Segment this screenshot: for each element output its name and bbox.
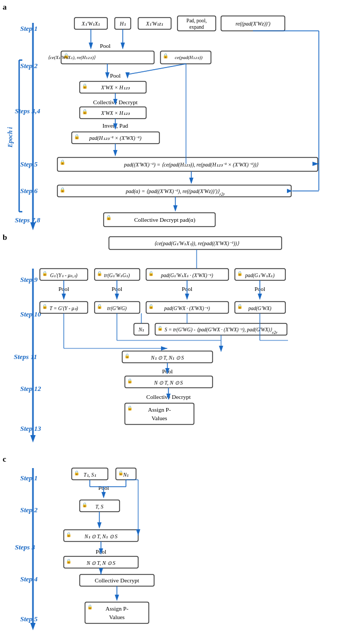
step1-label: Step 1 bbox=[20, 24, 38, 32]
section-b-label: b bbox=[3, 233, 7, 242]
lock-b9: 🔒 bbox=[157, 326, 163, 331]
svg-marker-11 bbox=[89, 43, 93, 49]
svg-marker-17 bbox=[105, 72, 109, 79]
box-g1y1: G₁'(Y₁ - μ₀,₁) bbox=[50, 273, 78, 279]
box-b-top: ⟨ce(pad(G₁'W₁X₁)), re(pad((X'WX)⁻¹))⟩ bbox=[154, 240, 239, 247]
lock-b2: 🔒 bbox=[97, 271, 103, 277]
svg-marker-52 bbox=[62, 294, 66, 300]
box-re-pad: re((pad(X'Wz))') bbox=[235, 21, 270, 27]
box-step2-left: ⟨ce(X₁'W₁X₁), re(H₁₂₃)⟩ bbox=[48, 55, 96, 60]
section-a-label: a bbox=[3, 3, 7, 12]
box-N1: N₁ bbox=[138, 327, 145, 332]
svg-marker-105 bbox=[115, 595, 119, 601]
step6-label: Step 6 bbox=[20, 187, 38, 195]
steps78-label: Steps 7,8 bbox=[15, 216, 40, 224]
lock-icon-3: 🔒 bbox=[82, 83, 88, 89]
box-trGWG: tr(G'WG) bbox=[107, 306, 126, 312]
c-step2-label: Step 2 bbox=[20, 506, 38, 514]
lock-icon-4: 🔒 bbox=[82, 109, 88, 115]
box-pad-inv: pad(H₁₂₃⁻¹ × (X'WX)⁻¹) bbox=[89, 135, 142, 141]
svg-marker-72 bbox=[161, 346, 167, 351]
svg-marker-54 bbox=[115, 294, 119, 300]
step5-label: Step 5 bbox=[20, 160, 38, 168]
c-step4-label: Step 4 bbox=[20, 575, 38, 583]
lock-b4: 🔒 bbox=[237, 271, 243, 277]
box-n1ts-c: N₁ ⊙ T, N₁ ⊙ S bbox=[84, 533, 117, 539]
lock-icon-5: 🔒 bbox=[74, 134, 80, 140]
c-step5-label: Step 5 bbox=[20, 615, 38, 623]
svg-line-18 bbox=[128, 64, 186, 74]
svg-marker-13 bbox=[121, 43, 125, 49]
box-assign-p-b: Assign P- bbox=[148, 406, 171, 413]
svg-marker-96 bbox=[97, 522, 101, 529]
c-lock1: 🔒 bbox=[74, 470, 80, 476]
section-b-diagram: Step 9 Step 10 Steps 11 Step 12 Step 13 … bbox=[11, 234, 364, 452]
box-step2-right: ce(pad(H₁₂₃)) bbox=[175, 55, 202, 60]
box-xwx-h123-2: X'WX × H₁₂₃ bbox=[100, 110, 130, 116]
box-n1ts: N₁ ⊙ T, N₁ ⊙ S bbox=[150, 355, 184, 361]
lock-b11: 🔒 bbox=[127, 378, 133, 384]
section-a-diagram: Step 1 Step 2 Steps 3,4 Step 5 Step 6 St… bbox=[11, 10, 364, 238]
box-xwx-h123: X'WX × H₁₂₃ bbox=[100, 85, 130, 90]
b-step9-label: Step 9 bbox=[20, 276, 38, 284]
box-x1w1x1: X₁'W₁X₁ bbox=[81, 21, 100, 27]
box-x1w1z1: X₁'W₁z₁ bbox=[146, 21, 163, 27]
box-nts: N ⊙ T, N ⊙ S bbox=[154, 380, 183, 386]
box-pad-g1w1x1: pad(G₁'W₁X₁ · (X'WX)⁻¹) bbox=[160, 273, 213, 279]
box-h1: H₁ bbox=[119, 21, 125, 27]
lock-icon-6: 🔒 bbox=[60, 159, 66, 165]
lock-b1: 🔒 bbox=[42, 271, 48, 277]
svg-marker-38 bbox=[173, 205, 177, 212]
box-T1S1: T₁, S₁ bbox=[83, 472, 96, 478]
section-c-label: c bbox=[3, 455, 6, 464]
section-c-diagram: Step 1 Step 2 Steps 3 Step 4 Step 5 🔒 T₁… bbox=[11, 456, 364, 642]
epoch-label: Epoch i bbox=[6, 127, 14, 148]
box-padGWX: pad(G'WX) bbox=[248, 306, 271, 312]
pool-label-2: Pool bbox=[110, 72, 121, 79]
lock-icon-8: 🔒 bbox=[106, 214, 112, 221]
c-lock3: 🔒 bbox=[82, 502, 88, 508]
b-step12-label: Step 12 bbox=[20, 385, 41, 393]
lock-b5: 🔒 bbox=[42, 304, 48, 310]
lock-b8: 🔒 bbox=[237, 304, 243, 310]
lock-b10: 🔒 bbox=[124, 353, 130, 359]
box-pad-g1w1x1-2: pad(G₁'W₁X₁) bbox=[244, 273, 274, 279]
c-collective-decrypt: Collective Decrypt bbox=[95, 577, 139, 583]
box-assign-p-c2: Values bbox=[109, 614, 124, 620]
box-trg1w1g1: tr(G₁'W₁G₁) bbox=[104, 273, 130, 279]
svg-marker-86 bbox=[30, 623, 36, 630]
lock-b7: 🔒 bbox=[148, 304, 154, 310]
lock-icon-7: 🔒 bbox=[60, 187, 66, 193]
box-T-step10: T = G'(Y - μ₀) bbox=[49, 306, 78, 312]
lock-b6: 🔒 bbox=[97, 304, 103, 310]
box-N1-c: N₁ bbox=[123, 472, 129, 478]
box-TS-c: T, S bbox=[96, 504, 104, 510]
svg-marker-4 bbox=[30, 222, 36, 230]
pool-label-1: Pool bbox=[100, 43, 111, 49]
svg-marker-103 bbox=[99, 568, 103, 574]
box-padGWX-inv: pad(G'WX · (X'WX)⁻¹) bbox=[164, 306, 210, 312]
svg-marker-19 bbox=[125, 72, 130, 79]
lock-icon-2: 🔒 bbox=[163, 53, 169, 59]
c-lock5: 🔒 bbox=[66, 558, 72, 564]
b-step10-label: Step 10 bbox=[20, 310, 41, 318]
svg-marker-56 bbox=[185, 294, 189, 300]
box-collective-decrypt-pad: Collective Decrypt pad(α) bbox=[134, 216, 195, 223]
c-step1-label: Step 1 bbox=[20, 474, 38, 482]
box-step5: pad((X'WX)⁻¹) = ⟨ce(pad(H₁₂₃)), re(pad(H… bbox=[124, 162, 259, 168]
main-container: a Step 1 Step 2 Steps 3,4 Step 5 Step 6 … bbox=[0, 0, 364, 244]
c-lock6: 🔒 bbox=[87, 604, 93, 610]
step2-label: Step 2 bbox=[20, 62, 38, 70]
svg-marker-45 bbox=[30, 435, 36, 443]
lock-b12: 🔒 bbox=[127, 405, 133, 411]
svg-marker-93 bbox=[101, 492, 106, 498]
box-assign-p-b2: Values bbox=[151, 415, 167, 421]
svg-marker-58 bbox=[258, 294, 262, 300]
svg-marker-74 bbox=[219, 346, 223, 352]
svg-marker-28 bbox=[113, 150, 117, 156]
svg-marker-35 bbox=[189, 178, 193, 184]
lock-b3: 🔒 bbox=[148, 271, 154, 277]
box-assign-p-c: Assign P- bbox=[105, 605, 128, 612]
box-nts-c: N ⊙ T, N ⊙ S bbox=[86, 560, 115, 566]
box-pad-pool-expand2: expand bbox=[189, 24, 204, 30]
